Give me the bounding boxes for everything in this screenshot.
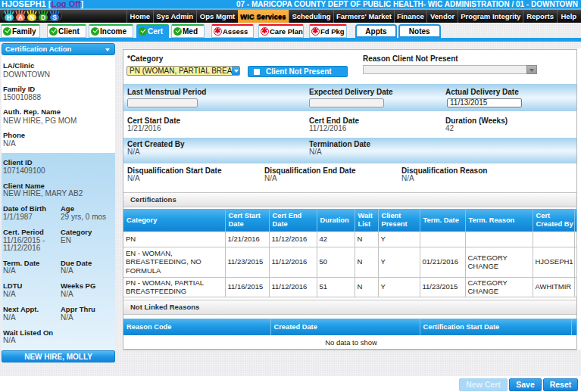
svg-text:S: S xyxy=(52,14,57,21)
svg-text:H: H xyxy=(7,14,11,21)
svg-text:N: N xyxy=(30,14,34,21)
svg-text:D: D xyxy=(41,14,45,21)
svg-text:A: A xyxy=(18,14,23,21)
